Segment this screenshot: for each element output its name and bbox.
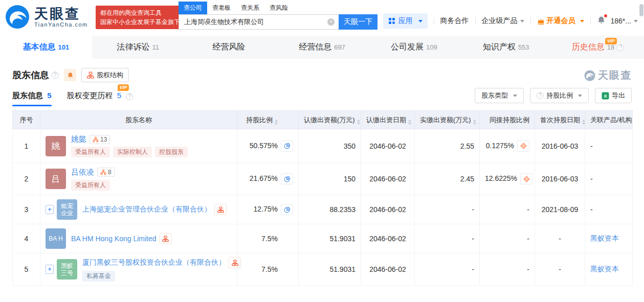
search-area: 查公司 查老板 查关系 查风险 天眼一下 [179, 2, 377, 30]
shareholder-type-dropdown[interactable]: 股东类型 [475, 88, 524, 103]
table-row: 3 懿宠 企业 上海懿宠企业管理合伙企业（有限合伙） [13, 195, 633, 224]
chevron-down-icon [580, 20, 584, 22]
section-title: 股东信息 [12, 69, 49, 81]
related-products-cell: - [585, 129, 633, 163]
col-first-holding-date[interactable]: 首次持股日期 [535, 111, 585, 129]
subtab-equity-change-history[interactable]: VIP 股权变更历程 5 [67, 91, 134, 106]
chevron-down-icon [578, 95, 582, 97]
help-icon[interactable] [617, 44, 624, 51]
sort-icon[interactable] [357, 120, 360, 125]
user-phone-menu[interactable]: 186*... [611, 17, 638, 25]
brand-domain: TianYanCha.com [34, 21, 88, 28]
shareholder-link[interactable]: 吕依凌 [71, 168, 94, 177]
crown-icon [537, 17, 545, 25]
ownership-pie-icon[interactable] [281, 204, 293, 215]
sort-icon[interactable] [473, 120, 476, 125]
help-icon [537, 92, 544, 99]
subscribed-date-cell: 2046-06-02 [361, 224, 415, 253]
indirect-holding-icon[interactable] [517, 141, 529, 152]
col-holding-ratio[interactable]: 持股比例 [237, 111, 299, 129]
sort-icon[interactable] [582, 120, 585, 125]
indirect-holding-icon[interactable] [520, 173, 532, 184]
search-tab-boss[interactable]: 查老板 [207, 2, 236, 14]
holding-ratio-dropdown[interactable]: 持股比例 [530, 88, 589, 103]
serial-number: 5 [13, 253, 40, 286]
logo-text: 天眼查 TianYanCha.com [34, 6, 88, 28]
search-tab-relation[interactable]: 查关系 [236, 2, 264, 14]
equity-structure-icon[interactable] [229, 257, 241, 268]
paid-amount-cell: 2.55 [415, 129, 480, 163]
avatar[interactable]: 黑蚁 三号 [57, 259, 77, 280]
col-paid-amount[interactable]: 实缴出资额(万元) [415, 111, 480, 129]
sort-icon[interactable] [275, 120, 278, 125]
equity-structure-button[interactable]: 股权结构 [81, 68, 129, 82]
equity-penetration-badge[interactable]: 8 [97, 168, 115, 177]
watermark-logo-icon [584, 70, 595, 81]
search-tab-company[interactable]: 查公司 [179, 2, 207, 14]
chevron-down-icon [520, 20, 524, 22]
tab-operating-info[interactable]: 经营信息 697 [276, 36, 368, 59]
subscribed-amount-cell: 88.2353 [299, 195, 361, 224]
tab-company-development[interactable]: 公司发展 109 [368, 36, 460, 59]
subtab-shareholder-info[interactable]: 股东信息 5 [12, 91, 52, 106]
sort-icon[interactable] [408, 120, 411, 125]
tab-history-info[interactable]: VIP 历史信息 18 [552, 36, 644, 59]
avatar[interactable]: 姚 [46, 136, 66, 156]
scrollbar-thumb[interactable] [639, 4, 643, 16]
related-capital-link[interactable]: 黑蚁资本 [590, 234, 619, 242]
brand-name: 天眼查 [34, 6, 88, 21]
ownership-pie-icon[interactable] [281, 141, 293, 152]
subscribed-date-cell: 2046-06-02 [361, 253, 415, 286]
monitor-bell-button[interactable] [64, 69, 76, 81]
paid-amount-cell: - [415, 253, 480, 286]
tab-operating-risk[interactable]: 经营风险 [184, 36, 276, 59]
nav-business-cooperation[interactable]: 商务合作 [440, 16, 469, 26]
related-products-cell: - [585, 163, 633, 195]
equity-penetration-badge[interactable]: 13 [90, 135, 110, 144]
org-chart-icon [87, 72, 94, 79]
indirect-ratio-cell: - [480, 195, 535, 224]
shareholder-link[interactable]: 姚懿 [71, 134, 86, 144]
notification-bell-icon[interactable] [597, 16, 606, 26]
table-row: 4 BA H BA HM Hong Kong Limited [13, 224, 633, 253]
svg-text:X: X [604, 93, 607, 99]
col-subscribed-date[interactable]: 认缴出资日期 [361, 111, 415, 129]
search-tab-risk[interactable]: 查风险 [264, 2, 293, 14]
expand-row-button[interactable] [46, 265, 54, 274]
shareholder-name-cell: BA H BA HM Hong Kong Limited [40, 224, 237, 253]
apps-menu[interactable]: 应用 [383, 13, 428, 29]
clear-input-icon[interactable] [327, 18, 335, 26]
shareholder-link[interactable]: 厦门黑蚁三号股权投资合伙企业（有限合伙） [82, 258, 226, 267]
ownership-pie-icon[interactable] [281, 173, 293, 184]
nav-enterprise-products[interactable]: 企业级产品 [482, 16, 524, 26]
divider [530, 17, 531, 25]
export-button[interactable]: X 导出 [595, 88, 632, 103]
tianyancha-logo-icon [5, 5, 30, 29]
help-icon[interactable] [126, 93, 133, 100]
related-capital-link[interactable]: 黑蚁资本 [590, 265, 619, 273]
expand-row-button[interactable] [46, 205, 54, 214]
shareholder-link[interactable]: 上海懿宠企业管理合伙企业（有限合伙） [82, 205, 211, 214]
shareholder-name-cell: 黑蚁 三号 厦门黑蚁三号股权投资合伙企业（有限合伙） [40, 253, 237, 286]
shareholder-link[interactable]: BA HM Hong Kong Limited [71, 235, 157, 243]
search-input[interactable] [179, 14, 339, 30]
search-button[interactable]: 天眼一下 [339, 14, 377, 30]
equity-structure-icon[interactable] [214, 204, 227, 215]
tab-legal-litigation[interactable]: 法律诉讼 11 [92, 36, 184, 59]
tianyancha-watermark: 天眼查 [584, 68, 632, 82]
serial-number: 1 [13, 129, 40, 163]
role-tag: 实际控制人 [113, 147, 152, 157]
holding-ratio-cell: 12.75% [237, 195, 299, 224]
sub-header: 股东信息 5 VIP 股权变更历程 5 股东类型 持股比例 [12, 88, 632, 106]
tab-basic-info[interactable]: 基本信息 101 [0, 36, 92, 59]
avatar[interactable]: 懿宠 企业 [57, 199, 77, 220]
avatar[interactable]: 吕 [46, 169, 66, 189]
avatar[interactable]: BA H [46, 228, 66, 249]
nav-open-membership[interactable]: 开通会员 [537, 16, 584, 26]
tab-intellectual-property[interactable]: 知识产权 553 [460, 36, 552, 59]
col-subscribed-amount[interactable]: 认缴出资额(万元) [299, 111, 361, 129]
help-icon[interactable] [52, 72, 59, 79]
equity-structure-icon[interactable] [160, 233, 172, 244]
tianyancha-logo[interactable]: 天眼查 TianYanCha.com [5, 5, 88, 29]
serial-number: 2 [13, 163, 40, 195]
